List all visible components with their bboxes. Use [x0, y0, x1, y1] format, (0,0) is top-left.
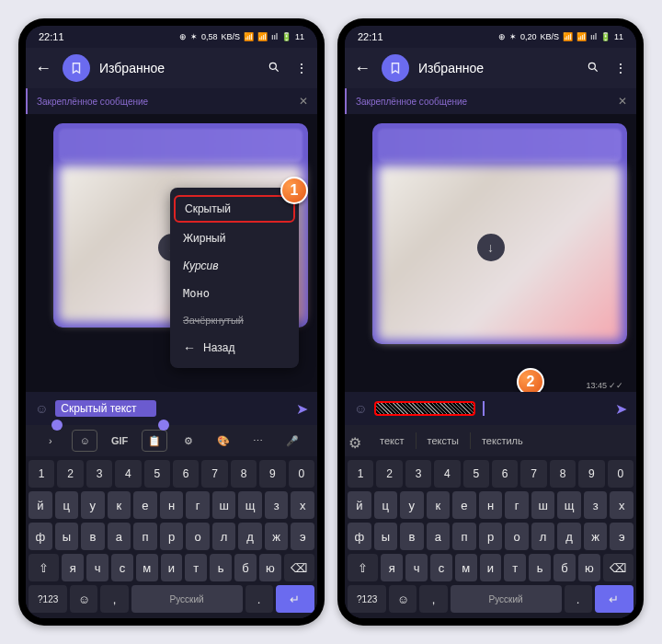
key-7[interactable]: 7 [520, 460, 546, 488]
close-icon[interactable]: ✕ [299, 95, 308, 108]
key-letter[interactable]: ш [531, 491, 555, 519]
key-letter[interactable]: т [185, 554, 207, 581]
close-icon[interactable]: ✕ [618, 95, 627, 108]
key-letter[interactable]: у [400, 491, 424, 519]
key-letter[interactable]: й [348, 491, 371, 519]
key-4[interactable]: 4 [434, 460, 460, 488]
key-5[interactable]: 5 [144, 460, 170, 488]
key-letter[interactable]: п [133, 523, 157, 550]
key-letter[interactable]: в [400, 523, 424, 550]
key-8[interactable]: 8 [231, 460, 257, 488]
emoji-icon[interactable]: ☺ [354, 401, 367, 416]
back-button[interactable]: ← [35, 59, 53, 78]
key-6[interactable]: 6 [492, 460, 518, 488]
key-letter[interactable]: б [234, 554, 257, 581]
kb-sticker-icon[interactable]: ☺ [72, 430, 97, 452]
key-letter[interactable]: ф [348, 523, 371, 550]
selection-handles[interactable] [51, 420, 169, 431]
key-0[interactable]: 0 [289, 460, 314, 488]
key-shift[interactable]: ⇧ [29, 554, 59, 581]
key-letter[interactable]: э [291, 523, 314, 550]
key-letter[interactable]: н [160, 491, 184, 519]
key-3[interactable]: 3 [405, 460, 431, 488]
saved-avatar[interactable] [382, 54, 409, 82]
key-letter[interactable]: т [504, 554, 526, 581]
kb-palette-icon[interactable]: 🎨 [211, 430, 236, 452]
key-letter[interactable]: к [108, 491, 131, 519]
key-letter[interactable]: ц [55, 491, 79, 519]
key-symbols[interactable]: ?123 [348, 585, 386, 613]
key-letter[interactable]: э [610, 523, 633, 550]
key-letter[interactable]: а [108, 523, 131, 550]
key-backspace[interactable]: ⌫ [284, 554, 314, 581]
key-letter[interactable]: л [212, 523, 236, 550]
key-2[interactable]: 2 [57, 460, 83, 488]
suggestion-1[interactable]: текст [369, 432, 417, 449]
key-space[interactable]: Русский [131, 585, 243, 613]
key-comma[interactable]: , [100, 585, 128, 613]
key-letter[interactable]: н [479, 491, 503, 519]
suggestion-2[interactable]: тексты [417, 432, 471, 449]
key-letter[interactable]: ь [210, 554, 232, 581]
message-input-spoiler[interactable] [374, 401, 475, 416]
key-period[interactable]: . [565, 585, 592, 613]
kb-clipboard-icon[interactable]: 📋 [142, 430, 167, 452]
send-button[interactable]: ➤ [615, 400, 627, 418]
key-letter[interactable]: ж [265, 523, 289, 550]
kb-settings-icon[interactable]: ⚙ [176, 430, 201, 452]
key-letter[interactable]: о [505, 523, 529, 550]
search-icon[interactable] [268, 61, 280, 76]
search-icon[interactable] [587, 61, 599, 76]
key-letter[interactable]: д [238, 523, 262, 550]
key-letter[interactable]: р [479, 523, 503, 550]
pinned-message-bar[interactable]: Закреплённое сообщение ✕ [26, 88, 317, 114]
key-space[interactable]: Русский [451, 585, 562, 613]
key-backspace[interactable]: ⌫ [603, 554, 633, 581]
message-bubble[interactable] [372, 123, 627, 344]
key-4[interactable]: 4 [115, 460, 141, 488]
key-letter[interactable]: л [531, 523, 555, 550]
key-letter[interactable]: ь [529, 554, 551, 581]
key-3[interactable]: 3 [86, 460, 112, 488]
menu-italic[interactable]: Курсив [170, 252, 299, 280]
scroll-down-button[interactable]: ↓ [477, 234, 505, 261]
key-letter[interactable]: з [265, 491, 289, 519]
key-0[interactable]: 0 [608, 460, 633, 488]
key-5[interactable]: 5 [463, 460, 489, 488]
key-letter[interactable]: е [133, 491, 157, 519]
key-letter[interactable]: и [480, 554, 502, 581]
key-letter[interactable]: м [455, 554, 477, 581]
key-enter[interactable]: ↵ [595, 585, 633, 613]
key-letter[interactable]: д [557, 523, 581, 550]
kb-chevron-icon[interactable]: › [38, 430, 63, 452]
key-letter[interactable]: г [505, 491, 529, 519]
pinned-message-bar[interactable]: Закреплённое сообщение ✕ [345, 88, 636, 114]
key-letter[interactable]: е [452, 491, 476, 519]
key-letter[interactable]: б [554, 554, 576, 581]
key-letter[interactable]: м [136, 554, 158, 581]
suggestion-3[interactable]: текстиль [471, 432, 534, 449]
key-symbols[interactable]: ?123 [29, 585, 67, 613]
key-1[interactable]: 1 [348, 460, 373, 488]
key-letter[interactable]: р [160, 523, 184, 550]
key-8[interactable]: 8 [550, 460, 576, 488]
key-letter[interactable]: х [610, 491, 633, 519]
more-icon[interactable]: ⋮ [295, 61, 308, 76]
menu-mono[interactable]: Моно [170, 280, 299, 307]
key-emoji[interactable]: ☺ [70, 585, 97, 613]
send-button[interactable]: ➤ [296, 400, 308, 418]
key-letter[interactable]: ю [578, 554, 600, 581]
key-letter[interactable]: ю [259, 554, 281, 581]
key-6[interactable]: 6 [173, 460, 199, 488]
key-letter[interactable]: ы [374, 523, 398, 550]
key-letter[interactable]: ф [29, 523, 52, 550]
menu-strike[interactable]: Зачёркнутый [170, 307, 299, 333]
key-letter[interactable]: о [186, 523, 210, 550]
menu-hidden[interactable]: Скрытый [174, 195, 295, 223]
key-letter[interactable]: ш [212, 491, 236, 519]
key-letter[interactable]: я [381, 554, 403, 581]
key-letter[interactable]: й [29, 491, 52, 519]
emoji-icon[interactable]: ☺ [35, 401, 48, 416]
key-letter[interactable]: с [111, 554, 133, 581]
key-letter[interactable]: ч [405, 554, 428, 581]
